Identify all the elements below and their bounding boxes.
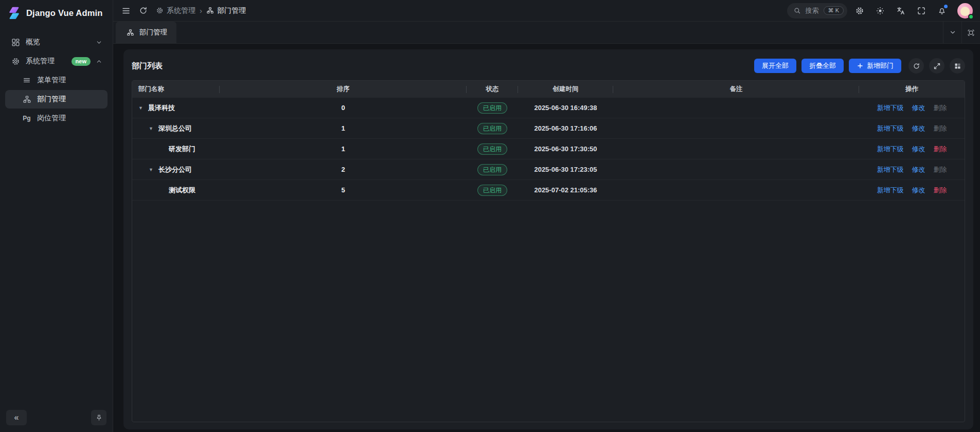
created-time: 2025-06-30 16:49:38 bbox=[518, 104, 613, 112]
table-fullscreen-icon[interactable] bbox=[929, 58, 945, 74]
table-refresh-icon[interactable] bbox=[908, 58, 924, 74]
delete-link[interactable]: 删除 bbox=[934, 145, 947, 154]
sidebar-item-label: 岗位管理 bbox=[37, 114, 102, 123]
status-badge: 已启用 bbox=[477, 143, 507, 155]
status-badge: 已启用 bbox=[477, 102, 507, 114]
edit-link[interactable]: 修改 bbox=[912, 145, 925, 154]
tab-list-chevron-icon[interactable] bbox=[943, 22, 961, 43]
tab-bar-controls bbox=[943, 22, 980, 43]
settings-gear-icon[interactable] bbox=[851, 3, 868, 19]
hamburger-menu-icon[interactable] bbox=[121, 6, 131, 15]
sidebar-item-position-management[interactable]: Pg 岗位管理 bbox=[5, 109, 108, 128]
sort-value: 1 bbox=[220, 124, 467, 132]
column-header-created: 创建时间 bbox=[518, 81, 613, 98]
theme-sun-icon[interactable] bbox=[872, 3, 888, 19]
top-header: 系统管理 › 部门管理 搜索 bbox=[113, 0, 980, 22]
department-table: 部门名称 排序 状态 创建时间 备注 操作 ▼ 晨泽科技 0 已启用 2025-… bbox=[132, 80, 965, 422]
chevron-up-icon bbox=[96, 58, 102, 65]
sort-value: 2 bbox=[220, 166, 467, 173]
sort-value: 1 bbox=[220, 145, 467, 153]
sidebar: Django Vue Admin 概览 bbox=[0, 0, 113, 432]
page-content: 部门列表 展开全部 折叠全部 新增部门 bbox=[113, 44, 980, 432]
sidebar-collapse-button[interactable]: « bbox=[6, 410, 27, 425]
add-sub-department-link[interactable]: 新增下级 bbox=[877, 186, 904, 195]
column-header-sort: 排序 bbox=[220, 81, 467, 98]
collapse-all-button[interactable]: 折叠全部 bbox=[801, 59, 844, 73]
delete-link[interactable]: 删除 bbox=[934, 103, 947, 113]
add-sub-department-link[interactable]: 新增下级 bbox=[877, 145, 904, 154]
sidebar-item-label: 系统管理 bbox=[26, 57, 66, 66]
status-badge: 已启用 bbox=[477, 123, 507, 134]
edit-link[interactable]: 修改 bbox=[912, 124, 925, 133]
menu-list-icon bbox=[22, 76, 32, 84]
sidebar-item-system[interactable]: 系统管理 new bbox=[5, 52, 108, 70]
pin-icon[interactable] bbox=[91, 410, 106, 425]
sort-value: 0 bbox=[220, 104, 467, 112]
status-badge: 已启用 bbox=[477, 164, 507, 175]
sidebar-item-label: 菜单管理 bbox=[37, 76, 102, 85]
department-name: 测试权限 bbox=[169, 186, 195, 195]
status-badge: 已启用 bbox=[477, 185, 507, 196]
add-sub-department-link[interactable]: 新增下级 bbox=[877, 103, 904, 113]
search-input[interactable]: 搜索 ⌘ K bbox=[787, 3, 847, 19]
user-avatar[interactable] bbox=[957, 3, 973, 19]
department-name: 晨泽科技 bbox=[148, 103, 175, 113]
breadcrumb-item-system[interactable]: 系统管理 bbox=[156, 6, 195, 15]
column-header-status: 状态 bbox=[467, 81, 518, 98]
header-actions: 搜索 ⌘ K bbox=[787, 3, 973, 19]
add-department-button[interactable]: 新增部门 bbox=[849, 59, 901, 73]
chevron-down-icon bbox=[96, 39, 102, 46]
main-area: 系统管理 › 部门管理 搜索 bbox=[113, 0, 980, 432]
expand-all-button[interactable]: 展开全部 bbox=[754, 59, 796, 73]
add-sub-department-link[interactable]: 新增下级 bbox=[877, 124, 904, 133]
plus-icon bbox=[857, 62, 864, 69]
expand-caret-icon[interactable]: ▼ bbox=[149, 167, 155, 172]
language-translate-icon[interactable] bbox=[893, 3, 909, 19]
delete-link[interactable]: 删除 bbox=[934, 124, 947, 133]
org-chart-icon bbox=[125, 29, 135, 37]
column-header-actions: 操作 bbox=[859, 81, 965, 98]
column-settings-grid-icon[interactable] bbox=[950, 58, 965, 74]
sidebar-item-menu-management[interactable]: 菜单管理 bbox=[5, 71, 108, 89]
tab-maximize-icon[interactable] bbox=[961, 22, 980, 43]
card-header: 部门列表 展开全部 折叠全部 新增部门 bbox=[132, 56, 965, 76]
refresh-icon[interactable] bbox=[139, 6, 148, 15]
logo-row[interactable]: Django Vue Admin bbox=[0, 0, 113, 26]
fullscreen-icon[interactable] bbox=[913, 3, 930, 19]
expand-caret-icon[interactable]: ▼ bbox=[149, 126, 155, 131]
sidebar-item-label: 概览 bbox=[26, 38, 91, 47]
edit-link[interactable]: 修改 bbox=[912, 186, 925, 195]
department-name: 长沙分公司 bbox=[158, 165, 192, 174]
breadcrumb-separator: › bbox=[200, 6, 202, 15]
sidebar-item-overview[interactable]: 概览 bbox=[5, 33, 108, 51]
sidebar-menu: 概览 系统管理 new bbox=[0, 26, 113, 407]
expand-caret-icon[interactable]: ▼ bbox=[138, 105, 145, 111]
delete-link[interactable]: 删除 bbox=[934, 165, 947, 174]
tab-label: 部门管理 bbox=[139, 28, 167, 37]
tab-department-management[interactable]: 部门管理 bbox=[116, 22, 176, 43]
org-chart-icon bbox=[22, 95, 32, 104]
column-header-remark: 备注 bbox=[613, 81, 859, 98]
app-logo-icon bbox=[7, 6, 21, 20]
card-toolbar: 展开全部 折叠全部 新增部门 bbox=[754, 58, 965, 74]
breadcrumb: 系统管理 › 部门管理 bbox=[156, 6, 246, 15]
new-badge: new bbox=[72, 57, 91, 66]
sidebar-item-department-management[interactable]: 部门管理 bbox=[5, 90, 108, 109]
table-row: ▼ 研发部门 1 已启用 2025-06-30 17:30:50 新增下级 修改… bbox=[132, 139, 965, 159]
table-row: ▼ 深圳总公司 1 已启用 2025-06-30 17:16:06 新增下级 修… bbox=[132, 118, 965, 139]
delete-link[interactable]: 删除 bbox=[934, 186, 947, 195]
notification-bell-icon[interactable] bbox=[934, 3, 950, 19]
search-placeholder: 搜索 bbox=[806, 6, 819, 15]
add-sub-department-link[interactable]: 新增下级 bbox=[877, 165, 904, 174]
sort-value: 5 bbox=[220, 186, 467, 194]
app-window: Django Vue Admin 概览 bbox=[0, 0, 980, 432]
tab-bar: 部门管理 bbox=[113, 22, 980, 44]
department-card: 部门列表 展开全部 折叠全部 新增部门 bbox=[123, 49, 973, 429]
created-time: 2025-06-30 17:30:50 bbox=[518, 145, 613, 153]
created-time: 2025-07-02 21:05:36 bbox=[518, 186, 613, 194]
search-icon bbox=[793, 7, 801, 14]
breadcrumb-item-department[interactable]: 部门管理 bbox=[206, 6, 246, 15]
edit-link[interactable]: 修改 bbox=[912, 165, 925, 174]
edit-link[interactable]: 修改 bbox=[912, 103, 925, 113]
gear-icon bbox=[10, 57, 21, 66]
